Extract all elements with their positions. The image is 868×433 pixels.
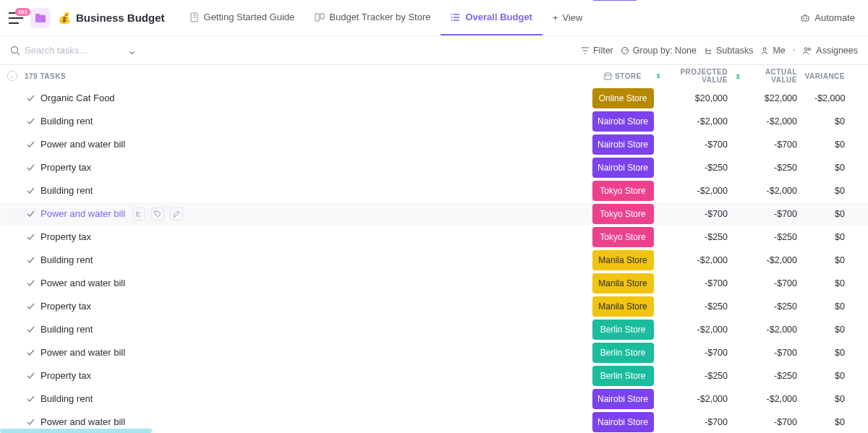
actual-cell[interactable]: -$700 [735, 278, 814, 288]
task-name-cell[interactable]: Building rent [41, 116, 590, 127]
task-name-cell[interactable]: Power and water bill [41, 278, 590, 288]
projected-cell[interactable]: -$2,000 [655, 325, 735, 335]
store-cell[interactable]: Nairobi Store [590, 389, 655, 409]
store-cell[interactable]: Berlin Store [590, 320, 655, 340]
variance-cell[interactable]: -$2,000 [814, 93, 865, 103]
column-variance[interactable]: VARIANCE [814, 72, 865, 80]
status-check[interactable] [20, 232, 41, 241]
table-row[interactable]: Power and water billBerlin Store-$700-$7… [0, 341, 868, 364]
projected-cell[interactable]: -$2,000 [655, 116, 735, 127]
table-row[interactable]: Building rentNairobi Store-$2,000-$2,000… [0, 387, 868, 411]
variance-cell[interactable]: $0 [814, 186, 865, 196]
collapse-all-button[interactable]: ⌄ [7, 71, 17, 81]
status-check[interactable] [20, 394, 41, 403]
task-name-cell[interactable]: Building rent [41, 254, 590, 265]
column-store[interactable]: STORE [590, 72, 655, 80]
subtasks-button[interactable]: Subtasks [704, 46, 753, 56]
status-check[interactable] [20, 301, 41, 311]
status-check[interactable] [20, 186, 41, 195]
table-row[interactable]: Building rentTokyo Store-$2,000-$2,000$0 [0, 179, 868, 202]
task-name-cell[interactable]: Power and water bill [41, 207, 590, 220]
projected-cell[interactable]: -$700 [655, 140, 735, 150]
table-row[interactable]: Power and water billNairobi Store-$700-$… [0, 133, 868, 156]
store-cell[interactable]: Berlin Store [590, 343, 655, 363]
filter-button[interactable]: Filter [581, 46, 613, 56]
task-name-cell[interactable]: Property tax [41, 231, 590, 242]
variance-cell[interactable]: $0 [814, 232, 865, 242]
actual-cell[interactable]: -$2,000 [735, 116, 814, 127]
projected-cell[interactable]: -$700 [655, 348, 735, 358]
store-cell[interactable]: Manila Store [590, 296, 655, 317]
actual-cell[interactable]: -$700 [735, 140, 814, 150]
status-check[interactable] [20, 93, 41, 103]
tag-button[interactable] [151, 207, 164, 220]
search-input[interactable] [25, 45, 119, 56]
table-row[interactable]: Property taxBerlin Store-$250-$250$0 [0, 364, 868, 387]
store-cell[interactable]: Nairobi Store [590, 111, 655, 132]
task-name-cell[interactable]: Power and water bill [41, 416, 590, 427]
table-row[interactable]: Building rentBerlin Store-$2,000-$2,000$… [0, 318, 868, 341]
store-cell[interactable]: Tokyo Store [590, 204, 655, 224]
variance-cell[interactable]: $0 [814, 140, 865, 150]
chevron-down-icon[interactable]: ⌄ [127, 43, 137, 57]
projected-cell[interactable]: $20,000 [655, 93, 735, 103]
projected-cell[interactable]: -$250 [655, 163, 735, 173]
store-cell[interactable]: Online Store [590, 88, 655, 108]
store-cell[interactable]: Nairobi Store [590, 134, 655, 155]
variance-cell[interactable]: $0 [814, 394, 865, 404]
actual-cell[interactable]: -$2,000 [735, 394, 814, 404]
task-name-cell[interactable]: Organic Cat Food [41, 93, 590, 103]
store-cell[interactable]: Tokyo Store [590, 227, 655, 247]
variance-cell[interactable]: $0 [814, 209, 865, 219]
automate-button[interactable]: Automate [796, 12, 859, 23]
edit-button[interactable] [170, 207, 183, 220]
tab-budget-tracker[interactable]: Budget Tracker by Store [305, 0, 441, 35]
table-row[interactable]: Property taxTokyo Store-$250-$250$0 [0, 226, 868, 249]
projected-cell[interactable]: -$2,000 [655, 394, 735, 404]
folder-button[interactable] [30, 8, 51, 28]
variance-cell[interactable]: $0 [814, 301, 865, 312]
me-button[interactable]: Me [760, 46, 785, 56]
table-row[interactable]: ⋮⋮Power and water billTokyo Store-$700-$… [0, 202, 868, 226]
store-cell[interactable]: Nairobi Store [590, 158, 655, 178]
table-row[interactable]: Property taxManila Store-$250-$250$0 [0, 295, 868, 318]
variance-cell[interactable]: $0 [814, 417, 865, 427]
store-cell[interactable]: Manila Store [590, 273, 655, 293]
projected-cell[interactable]: -$700 [655, 209, 735, 219]
projected-cell[interactable]: -$700 [655, 278, 735, 288]
status-check[interactable] [20, 140, 41, 149]
projected-cell[interactable]: -$700 [655, 417, 735, 427]
status-check[interactable] [20, 209, 41, 218]
actual-cell[interactable]: -$250 [735, 371, 814, 381]
projected-cell[interactable]: -$250 [655, 301, 735, 312]
store-cell[interactable]: Nairobi Store [590, 412, 655, 432]
projected-cell[interactable]: -$250 [655, 232, 735, 242]
actual-cell[interactable]: -$2,000 [735, 255, 814, 265]
status-check[interactable] [20, 278, 41, 288]
drag-handle-icon[interactable]: ⋮⋮ [10, 210, 20, 218]
tab-getting-started[interactable]: Getting Started Guide [179, 0, 305, 35]
table-row[interactable]: Building rentNairobi Store-$2,000-$2,000… [0, 110, 868, 133]
actual-cell[interactable]: -$250 [735, 232, 814, 242]
variance-cell[interactable]: $0 [814, 371, 865, 381]
variance-cell[interactable]: $0 [814, 255, 865, 265]
store-cell[interactable]: Manila Store [590, 250, 655, 270]
actual-cell[interactable]: -$2,000 [735, 186, 814, 196]
status-check[interactable] [20, 371, 41, 380]
tab-overall-budget[interactable]: Overall Budget [441, 0, 542, 35]
status-check[interactable] [20, 255, 41, 265]
actual-cell[interactable]: -$250 [735, 163, 814, 173]
task-name-cell[interactable]: Building rent [41, 185, 590, 196]
actual-cell[interactable]: -$700 [735, 209, 814, 219]
table-row[interactable]: Organic Cat FoodOnline Store$20,000$22,0… [0, 87, 868, 110]
status-check[interactable] [20, 116, 41, 126]
task-name-cell[interactable]: Property tax [41, 162, 590, 173]
actual-cell[interactable]: -$700 [735, 348, 814, 358]
actual-cell[interactable]: -$250 [735, 301, 814, 312]
task-name-cell[interactable]: Property tax [41, 301, 590, 312]
task-name-cell[interactable]: Building rent [41, 324, 590, 335]
actual-cell[interactable]: $22,000 [735, 93, 814, 103]
subtask-button[interactable] [132, 207, 145, 220]
group-button[interactable]: Group by: None [621, 46, 697, 56]
variance-cell[interactable]: $0 [814, 163, 865, 173]
